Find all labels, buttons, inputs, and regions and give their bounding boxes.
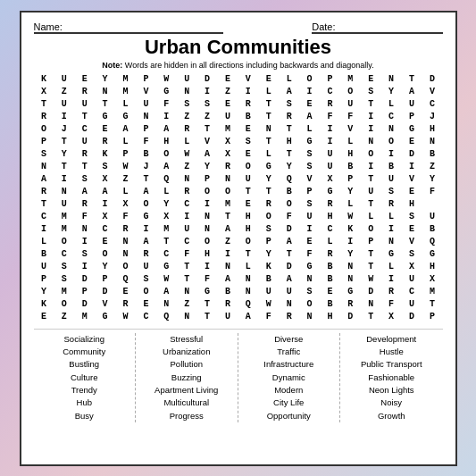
grid-cell: R: [279, 111, 299, 123]
grid-cell: N: [136, 111, 156, 123]
grid-cell: T: [177, 261, 197, 273]
grid-cell: W: [115, 161, 136, 173]
grid-cell: I: [299, 223, 320, 236]
grid-cell: U: [402, 273, 422, 286]
grid-cell: X: [320, 173, 340, 186]
grid-cell: U: [422, 211, 442, 223]
list-item: Dynamic: [272, 372, 305, 384]
grid-cell: B: [136, 148, 156, 161]
grid-cell: T: [361, 198, 381, 211]
grid-cell: F: [422, 186, 442, 198]
grid-cell: X: [95, 211, 115, 223]
grid-cell: L: [115, 186, 136, 198]
grid-cell: I: [34, 223, 54, 236]
grid-cell: Y: [95, 73, 115, 86]
grid-cell: D: [340, 311, 361, 323]
grid-cell: Y: [197, 161, 218, 173]
grid-cell: H: [402, 198, 422, 211]
grid-cell: N: [177, 173, 197, 186]
grid-cell: P: [422, 311, 442, 323]
grid-cell: L: [340, 198, 361, 211]
grid-cell: H: [340, 148, 361, 161]
date-label: Date:: [312, 21, 442, 34]
grid-cell: G: [381, 248, 402, 261]
grid-cell: H: [320, 211, 340, 223]
grid-cell: S: [74, 248, 95, 261]
grid-cell: I: [320, 136, 340, 148]
grid-cell: S: [402, 248, 422, 261]
grid-cell: L: [340, 136, 361, 148]
grid-cell: X: [402, 261, 422, 273]
grid-cell: L: [381, 98, 402, 111]
grid-cell: R: [340, 298, 361, 311]
grid-cell: P: [74, 286, 95, 298]
word-search-grid: KUEYMPWUDEVELOPMENTDXZRNMVGNIZILAICOSYAV…: [34, 73, 443, 323]
grid-cell: E: [402, 223, 422, 236]
grid-cell: I: [361, 161, 381, 173]
grid-cell: P: [34, 136, 54, 148]
page-title: Urban Communities: [34, 36, 443, 59]
grid-cell: N: [197, 223, 218, 236]
grid-cell: E: [258, 73, 279, 86]
grid-cell: T: [197, 298, 218, 311]
header-line: Name: Date:: [34, 21, 443, 34]
grid-cell: E: [238, 123, 258, 136]
grid-cell: R: [136, 248, 156, 261]
grid-cell: H: [279, 136, 299, 148]
grid-cell: N: [156, 298, 177, 311]
grid-cell: B: [279, 186, 299, 198]
list-item: Pollution: [171, 358, 203, 371]
grid-cell: T: [34, 198, 54, 211]
grid-cell: U: [320, 148, 340, 161]
grid-cell: M: [218, 123, 238, 136]
grid-cell: N: [238, 273, 258, 286]
grid-cell: Q: [115, 273, 136, 286]
grid-cell: S: [136, 273, 156, 286]
grid-cell: U: [218, 111, 238, 123]
grid-cell: Y: [54, 148, 74, 161]
grid-cell: P: [136, 73, 156, 86]
grid-cell: O: [34, 123, 54, 136]
grid-cell: S: [299, 198, 320, 211]
grid-cell: F: [299, 248, 320, 261]
grid-cell: V: [136, 86, 156, 98]
grid-cell: G: [422, 248, 442, 261]
grid-cell: Z: [422, 161, 442, 173]
grid-cell: C: [136, 311, 156, 323]
grid-cell: S: [34, 148, 54, 161]
grid-cell: H: [320, 311, 340, 323]
grid-cell: U: [177, 223, 197, 236]
grid-cell: T: [54, 136, 74, 148]
grid-cell: L: [320, 236, 340, 248]
grid-cell: F: [197, 273, 218, 286]
grid-cell: O: [115, 261, 136, 273]
grid-cell: Y: [381, 86, 402, 98]
grid-cell: A: [218, 223, 238, 236]
grid-cell: M: [422, 286, 442, 298]
grid-cell: M: [54, 286, 74, 298]
grid-cell: O: [381, 136, 402, 148]
grid-cell: R: [74, 198, 95, 211]
grid-cell: A: [279, 273, 299, 286]
grid-cell: U: [54, 198, 74, 211]
grid-cell: N: [177, 311, 197, 323]
grid-cell: Y: [34, 286, 54, 298]
grid-cell: P: [34, 273, 54, 286]
grid-cell: W: [177, 148, 197, 161]
grid-cell: M: [115, 86, 136, 98]
grid-cell: Z: [54, 86, 74, 98]
grid-cell: R: [218, 161, 238, 173]
grid-cell: F: [320, 111, 340, 123]
grid-cell: U: [402, 98, 422, 111]
grid-cell: O: [136, 198, 156, 211]
grid-cell: S: [402, 211, 422, 223]
grid-cell: I: [74, 236, 95, 248]
grid-cell: U: [218, 311, 238, 323]
grid-cell: U: [136, 261, 156, 273]
grid-cell: C: [74, 123, 95, 136]
grid-cell: B: [218, 286, 238, 298]
grid-cell: P: [299, 186, 320, 198]
grid-cell: A: [197, 148, 218, 161]
grid-cell: I: [361, 123, 381, 136]
grid-cell: I: [95, 198, 115, 211]
